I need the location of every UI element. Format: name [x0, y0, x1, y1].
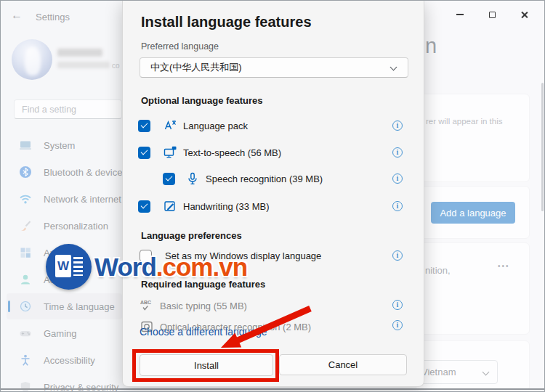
info-icon[interactable]: [392, 121, 403, 131]
language-pack-checkbox[interactable]: [138, 120, 150, 132]
preferred-language-dropdown[interactable]: 中文(中华人民共和国): [140, 57, 408, 78]
maximize-icon: [489, 12, 496, 18]
close-button[interactable]: [508, 7, 540, 23]
info-icon[interactable]: [392, 201, 403, 211]
minimize-button[interactable]: [444, 7, 476, 23]
watermark-brand: Word: [94, 253, 156, 281]
info-icon[interactable]: [392, 173, 403, 184]
text-to-speech-icon: [163, 145, 177, 160]
minimize-icon: [456, 14, 464, 15]
text-to-speech-row: Text-to-speech (56 MB): [138, 144, 281, 161]
watermark: W Word.com.vn: [46, 244, 247, 290]
svg-text:ABC: ABC: [140, 300, 151, 305]
watermark-text: Word.com.vn: [94, 253, 247, 282]
window-controls: [444, 7, 540, 23]
text-to-speech-checkbox[interactable]: [138, 147, 150, 159]
speech-recognition-row: Speech recognition (39 MB): [163, 170, 323, 187]
optional-section-title: Optional language features: [141, 95, 263, 106]
preferred-language-label: Preferred language: [141, 41, 219, 52]
chevron-down-icon: [390, 64, 397, 71]
word-logo-lines: [73, 257, 83, 276]
microphone-icon: [185, 171, 200, 186]
handwriting-checkbox[interactable]: [138, 200, 150, 213]
language-pack-row: Language pack: [138, 117, 248, 134]
window-bottom-edge: [1, 388, 545, 390]
preferences-section-title: Language preferences: [141, 230, 242, 241]
feature-label: Speech recognition (39 MB): [206, 173, 323, 184]
close-icon: [520, 11, 528, 19]
feature-label: Text-to-speech (56 MB): [183, 147, 281, 158]
handwriting-row: Handwriting (33 MB): [138, 197, 270, 215]
speech-recognition-checkbox[interactable]: [163, 173, 175, 185]
maximize-button[interactable]: [476, 7, 508, 23]
basic-typing-icon: ABC: [140, 298, 154, 313]
word-logo-page: W: [55, 255, 71, 277]
feature-label: Handwriting (33 MB): [183, 201, 270, 212]
annotation-arrow-icon: [210, 300, 319, 358]
word-logo-icon: W: [46, 244, 92, 290]
preferred-language-value: 中文(中华人民共和国): [150, 61, 242, 74]
info-icon[interactable]: [392, 300, 403, 310]
info-icon[interactable]: [392, 147, 403, 158]
feature-label: Language pack: [183, 121, 248, 131]
handwriting-icon: [163, 199, 177, 213]
info-icon[interactable]: [392, 320, 403, 330]
word-logo-letter: W: [57, 259, 69, 274]
info-icon[interactable]: [392, 250, 403, 261]
settings-window: ← Settings co System Bluetooth & devices…: [0, 0, 545, 392]
language-pack-icon: [163, 118, 177, 133]
watermark-domain: .com.vn: [156, 253, 247, 281]
dialog-title: Install language features: [141, 14, 312, 30]
